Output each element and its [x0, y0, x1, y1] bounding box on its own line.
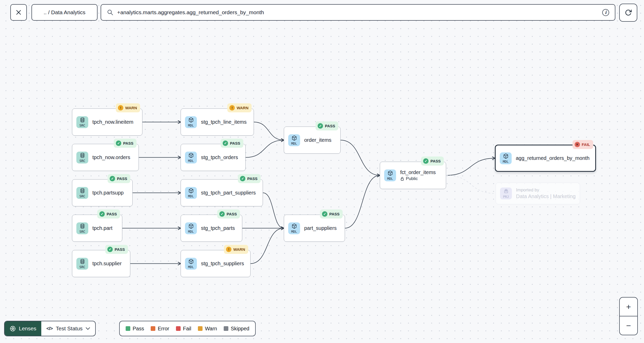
lineage-node-tpch_part[interactable]: ✓PASSSRCtpch.part	[72, 215, 122, 242]
legend-label: Error	[158, 326, 169, 332]
database-icon	[79, 223, 85, 230]
lineage-node-tpch_supplier[interactable]: ✓PASSSRCtpch.supplier	[72, 250, 130, 277]
lineage-node-imported_by[interactable]: PRJImported byData Analytics | Marketing	[496, 183, 580, 204]
warn-status-icon: !	[226, 247, 231, 252]
fail-status-icon: ✕	[575, 142, 580, 147]
lineage-node-tpch_now_lineitem[interactable]: !WARNSRCtpch_now.lineitem	[72, 108, 142, 136]
node-kind-box: SRC	[76, 152, 88, 163]
lenses-label: Lenses	[19, 325, 36, 332]
node-kind-box: SRC	[76, 187, 88, 199]
lineage-node-stg_tpch_line_items[interactable]: !WARNMDLstg_tpch_line_items	[181, 108, 254, 136]
test-status-badge: ✓PASS	[320, 209, 343, 219]
badge-label: PASS	[227, 212, 237, 216]
pass-status-icon: ✓	[110, 176, 115, 181]
lineage-node-stg_tpch_part_suppliers[interactable]: ✓PASSMDLstg_tpch_part_suppliers	[181, 179, 263, 206]
lineage-node-tpch_partsupp[interactable]: ✓PASSSRCtpch.partsupp	[72, 179, 133, 206]
zoom-in-button[interactable]: +	[620, 298, 637, 316]
node-kind-box: MDL	[288, 134, 300, 146]
node-kind-label: SRC	[79, 194, 85, 198]
badge-label: PASS	[247, 176, 257, 181]
model-cube-icon	[387, 170, 393, 177]
node-label: order_items	[304, 137, 332, 143]
node-kind-box: MDL	[384, 169, 396, 181]
lineage-node-stg_tpch_suppliers[interactable]: !WARNMDLstg_tpch_suppliers	[181, 250, 251, 277]
lenses-control: Lenses </> Test Status	[4, 321, 96, 336]
node-kind-label: MDL	[188, 265, 194, 269]
badge-label: PASS	[430, 159, 441, 163]
lens-selected-label: Test Status	[56, 325, 83, 332]
database-icon	[79, 152, 85, 159]
node-text: tpch_now.orders	[92, 154, 130, 160]
node-text: tpch_now.lineitem	[92, 119, 133, 125]
node-kind-label: MDL	[188, 230, 194, 233]
test-status-badge: ✓PASS	[316, 121, 338, 130]
node-label: tpch_now.lineitem	[92, 119, 133, 125]
node-text: fct_order_itemsPublic	[400, 169, 436, 181]
pass-status-icon: ✓	[107, 247, 113, 252]
pass-status-icon: ✓	[423, 158, 429, 164]
lens-selector[interactable]: </> Test Status	[41, 321, 95, 336]
node-kind-box: MDL	[185, 152, 197, 163]
node-label: tpch.part	[92, 225, 112, 231]
database-icon	[79, 259, 85, 265]
lineage-edge	[341, 140, 380, 176]
lineage-node-part_suppliers[interactable]: ✓PASSMDLpart_suppliers	[284, 215, 345, 242]
node-text: stg_tpch_suppliers	[201, 261, 244, 267]
node-text: tpch.supplier	[92, 261, 122, 267]
lineage-node-fct_order_items[interactable]: ✓PASSMDLfct_order_itemsPublic	[380, 162, 446, 189]
legend-swatch	[224, 326, 228, 331]
node-access-label: Public	[406, 176, 418, 181]
node-text: tpch.part	[92, 225, 112, 231]
model-cube-icon	[291, 223, 297, 230]
node-kind-box: MDL	[185, 222, 197, 234]
node-kind-label: MDL	[188, 159, 194, 163]
node-kind-box: MDL	[500, 152, 512, 164]
lineage-node-tpch_now_orders[interactable]: ✓PASSSRCtpch_now.orders	[72, 144, 139, 171]
test-status-badge: !WARN	[227, 103, 252, 112]
legend-swatch	[176, 326, 181, 331]
legend-swatch	[126, 326, 130, 331]
node-text: order_items	[304, 137, 332, 143]
database-icon	[79, 188, 85, 194]
legend-item-warn: Warn	[198, 326, 217, 332]
badge-label: PASS	[117, 176, 127, 181]
badge-label: WARN	[125, 106, 137, 110]
test-status-badge: ✓PASS	[97, 209, 120, 219]
node-text: agg_returned_orders_by_month	[516, 155, 590, 161]
legend-item-skipped: Skipped	[224, 326, 249, 332]
test-status-badge: ✓PASS	[105, 245, 128, 254]
node-kind-box: SRC	[76, 222, 88, 234]
lineage-node-stg_tpch_orders[interactable]: ✓PASSMDLstg_tpch_orders	[181, 144, 246, 171]
legend-item-error: Error	[151, 326, 169, 332]
node-kind-label: MDL	[188, 124, 194, 127]
test-status-badge: ✓PASS	[421, 157, 444, 166]
test-status-badge: ✓PASS	[108, 174, 130, 183]
zoom-controls: + −	[619, 297, 638, 335]
node-kind-box: MDL	[288, 222, 300, 234]
test-status-legend: PassErrorFailWarnSkipped	[119, 321, 256, 336]
test-status-badge: ✓PASS	[114, 139, 136, 148]
lineage-node-stg_tpch_parts[interactable]: ✓PASSMDLstg_tpch_parts	[181, 215, 242, 242]
badge-label: PASS	[230, 141, 240, 145]
lineage-node-agg_returned_orders_by_month[interactable]: ✕FAILMDLagg_returned_orders_by_month	[495, 145, 596, 172]
legend-label: Fail	[183, 326, 191, 332]
node-text: stg_tpch_parts	[201, 225, 235, 231]
test-status-badge: ✕FAIL	[573, 140, 593, 149]
node-label: agg_returned_orders_by_month	[516, 155, 590, 161]
zoom-out-button[interactable]: −	[620, 316, 637, 335]
database-icon	[79, 117, 85, 124]
lineage-edge	[251, 228, 284, 264]
node-kind-box: PRJ	[500, 188, 512, 199]
lineage-node-order_items[interactable]: ✓PASSMDLorder_items	[284, 127, 341, 154]
node-text: tpch.partsupp	[92, 190, 124, 196]
node-kind-box: SRC	[76, 258, 88, 270]
pass-status-icon: ✓	[219, 211, 225, 217]
test-status-badge: !WARN	[224, 245, 248, 254]
model-cube-icon	[188, 152, 194, 159]
node-text: Imported byData Analytics | Marketing	[516, 188, 576, 199]
node-kind-box: MDL	[185, 258, 197, 270]
node-label: tpch_now.orders	[92, 154, 130, 160]
node-text: part_suppliers	[304, 225, 337, 231]
node-kind-label: PRJ	[503, 195, 509, 199]
lenses-button[interactable]: Lenses	[5, 321, 41, 336]
